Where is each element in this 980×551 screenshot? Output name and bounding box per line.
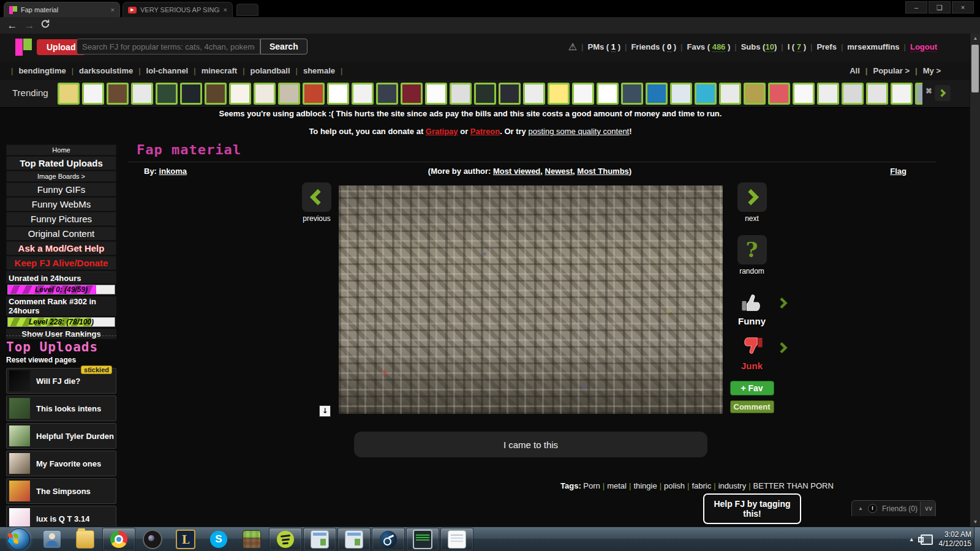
- logout-link[interactable]: Logout: [910, 42, 937, 52]
- back-button[interactable]: ←: [5, 19, 20, 32]
- trending-thumb[interactable]: [646, 83, 668, 105]
- forward-button[interactable]: →: [22, 19, 37, 32]
- warning-icon[interactable]: ⚠: [568, 41, 577, 53]
- tab-youtube-video[interactable]: ▶ VERY SERIOUS AP SINGED ×: [123, 2, 233, 17]
- trending-thumb[interactable]: [82, 83, 104, 105]
- trending-thumb[interactable]: [744, 83, 766, 105]
- channel-filter-link[interactable]: Popular >: [873, 66, 910, 75]
- sidebar-item-funny-pictures[interactable]: Funny Pictures: [6, 212, 116, 226]
- user-link[interactable]: Subs (10): [741, 42, 777, 51]
- trending-thumb[interactable]: [303, 83, 325, 105]
- sidebar-item-funny-webms[interactable]: Funny WebMs: [6, 197, 116, 211]
- add-favorite-button[interactable]: + Fav: [730, 381, 774, 395]
- user-link[interactable]: Friends ( 0 ): [631, 42, 676, 51]
- maximize-button[interactable]: ❑: [929, 1, 951, 13]
- taskbar-minecraft-icon[interactable]: [236, 528, 268, 550]
- reload-button[interactable]: [38, 19, 53, 32]
- tag-link[interactable]: polish: [664, 481, 685, 490]
- scroll-down-icon[interactable]: ▼: [970, 519, 980, 525]
- scroll-up-icon[interactable]: ▲: [970, 36, 980, 41]
- top-upload-item[interactable]: This looks intens: [6, 395, 116, 421]
- tag-link[interactable]: Porn: [583, 481, 600, 490]
- search-input[interactable]: [77, 39, 260, 54]
- trending-thumb[interactable]: [597, 83, 619, 105]
- tab-close-icon[interactable]: ×: [111, 6, 115, 13]
- taskbar-window-icon[interactable]: [337, 528, 371, 551]
- taskbar-camera-icon[interactable]: [137, 528, 168, 550]
- user-link[interactable]: Favs ( 486 ): [687, 42, 730, 51]
- sidebar-item-home[interactable]: Home: [6, 144, 116, 156]
- close-button[interactable]: ×: [952, 1, 974, 13]
- trending-thumb[interactable]: [450, 83, 472, 105]
- search-button[interactable]: Search: [260, 39, 307, 54]
- channel-link[interactable]: darksoulstime: [79, 66, 133, 75]
- friends-chat-bar[interactable]: ▲ ! Friends (0) ∨∨: [851, 500, 936, 516]
- post-content-link[interactable]: posting some quality content: [528, 127, 629, 136]
- trending-thumb[interactable]: [278, 83, 300, 105]
- sidebar-item-funny-gifs[interactable]: Funny GIFs: [6, 182, 116, 197]
- taskbar-spotify-icon[interactable]: [269, 528, 302, 551]
- taskbar-explorer-icon[interactable]: [69, 528, 101, 550]
- trending-thumb[interactable]: [548, 83, 570, 105]
- trending-thumb[interactable]: [842, 83, 864, 105]
- trending-thumb[interactable]: [58, 83, 80, 105]
- sidebar-item-image-boards-[interactable]: Image Boards >: [6, 171, 116, 182]
- funnyjunk-logo[interactable]: [15, 39, 32, 56]
- trending-thumb[interactable]: [719, 83, 741, 105]
- tag-link[interactable]: thingie: [633, 481, 657, 490]
- taskbar-start-icon[interactable]: [3, 528, 35, 550]
- random-button[interactable]: ?: [737, 235, 767, 264]
- minimize-button[interactable]: –: [905, 1, 927, 13]
- download-arrow-button[interactable]: ↓: [319, 405, 331, 417]
- search-box[interactable]: [77, 39, 260, 54]
- top-upload-item[interactable]: The Simpsons: [6, 478, 116, 504]
- top-upload-item[interactable]: Helpful Tyler Durden: [6, 423, 116, 449]
- trending-thumb[interactable]: [695, 83, 717, 105]
- taskbar-lol-icon[interactable]: L: [170, 528, 202, 550]
- trending-thumb[interactable]: [107, 83, 129, 105]
- reset-viewed-pages-link[interactable]: Reset viewed pages: [6, 356, 116, 364]
- funny-expand-icon[interactable]: [777, 296, 788, 312]
- sidebar-item-keep-fj-alive-donate[interactable]: Keep FJ Alive/Donate: [6, 256, 116, 270]
- trending-thumb[interactable]: [254, 83, 276, 105]
- flag-link[interactable]: Flag: [890, 167, 907, 176]
- trending-thumb[interactable]: [523, 83, 545, 105]
- tag-link[interactable]: BETTER THAN PORN: [753, 481, 834, 490]
- hidden-icons-button[interactable]: ▲: [909, 536, 914, 542]
- content-image[interactable]: [339, 186, 723, 414]
- taskbar-skype-icon[interactable]: S: [203, 528, 235, 550]
- trending-thumb[interactable]: [866, 83, 888, 105]
- show-desktop-button[interactable]: [974, 527, 980, 551]
- user-link[interactable]: I ( 7 ): [788, 42, 806, 51]
- junk-expand-icon[interactable]: [777, 341, 788, 357]
- tag-link[interactable]: fabric: [692, 481, 711, 490]
- user-link[interactable]: PMs ( 1 ): [588, 42, 620, 51]
- taskbar-notepad-icon[interactable]: [440, 528, 473, 551]
- top-upload-item[interactable]: Will FJ die?stickied: [6, 368, 116, 394]
- junk-vote[interactable]: Junk: [729, 335, 775, 371]
- comment-button[interactable]: Comment: [730, 400, 774, 413]
- sidebar-item-ask-a-mod-get-help[interactable]: Ask a Mod/Get Help: [6, 241, 116, 255]
- channel-link[interactable]: minecraft: [202, 66, 238, 75]
- trending-thumb[interactable]: [352, 83, 374, 105]
- trending-thumb[interactable]: [205, 83, 227, 105]
- newest-link[interactable]: Newest: [545, 167, 573, 176]
- user-link[interactable]: Prefs: [816, 42, 837, 51]
- network-icon[interactable]: [921, 534, 933, 545]
- trending-thumb[interactable]: [915, 83, 922, 105]
- most-thumbs-link[interactable]: Most Thumbs: [577, 167, 629, 176]
- trending-thumb[interactable]: [768, 83, 790, 105]
- taskbar-user-icon[interactable]: [36, 528, 68, 550]
- channel-filter-link[interactable]: My >: [923, 66, 941, 75]
- scrollbar-thumb[interactable]: [971, 45, 979, 92]
- trending-thumb[interactable]: [376, 83, 398, 105]
- taskbar-clock[interactable]: 3:02 AM 4/12/2015: [939, 530, 971, 549]
- trending-next-button[interactable]: [935, 85, 951, 101]
- next-button[interactable]: [737, 182, 767, 212]
- user-link[interactable]: mrsexmuffins: [847, 42, 899, 51]
- channel-filter-link[interactable]: All: [850, 66, 860, 75]
- trending-close-icon[interactable]: ✖: [925, 86, 932, 96]
- trending-thumb[interactable]: [401, 83, 423, 105]
- sidebar-item-top-rated-uploads[interactable]: Top Rated Uploads: [6, 156, 116, 170]
- tag-link[interactable]: industry: [718, 481, 747, 490]
